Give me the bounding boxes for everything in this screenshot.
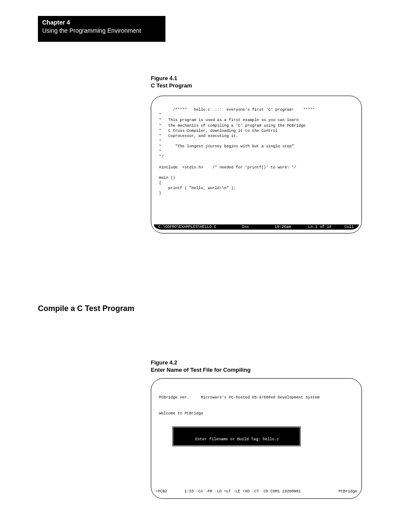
status-mode: Ins [242, 225, 249, 229]
filename-prompt: Enter filename or Build Tag: hello.c [195, 437, 279, 442]
status-column: Col1 [344, 225, 357, 229]
figure-1-title: C Test Program [151, 82, 192, 90]
figure-2-label: Figure 4.2 Enter Name of Test File for C… [151, 359, 251, 374]
figure-2-area: PCBridge ver. Microware's PC-hosted OS-9… [151, 379, 361, 498]
figure-1-label: Figure 4.1 C Test Program [151, 75, 192, 90]
pcbridge-footer: +PCB2 1:33 -CA -PR -LO +LF -LE +XO -CT C… [156, 489, 357, 494]
figure-2-terminal: PCBridge ver. Microware's PC-hosted OS-9… [151, 378, 362, 499]
status-position: Ln.1 of 18 [308, 225, 331, 229]
footer-right: PCBridge [339, 489, 357, 494]
chapter-title: Using the Programming Environment [42, 27, 161, 35]
footer-left: +PCB2 [156, 489, 167, 494]
document-page: Chapter 4 Using the Programming Environm… [0, 0, 411, 532]
figure-1-number: Figure 4.1 [151, 75, 192, 82]
footer-flags: 1:33 -CA -PR -LO +LF -LE +XO -CT CD COM1… [184, 489, 339, 494]
filename-dialog: Enter filename or Build Tag: hello.c [172, 426, 301, 447]
figure-1-code-area: /***** hello.c ::: everyone's first 'C' … [151, 96, 361, 233]
figure-2-number: Figure 4.2 [151, 359, 251, 367]
pcbridge-banner-line2: Welcome to PCBridge [159, 411, 354, 416]
section-heading: Compile a C Test Program [38, 304, 134, 313]
status-path: C:\COPRO\EXAMPLES\HELLO.C [156, 225, 216, 229]
status-time: 10:26am [275, 225, 291, 229]
pcbridge-banner-line1: PCBridge ver. Microware's PC-hosted OS-9… [159, 395, 354, 400]
figure-2-title: Enter Name of Test File for Compiling [151, 367, 251, 374]
figure-1-terminal: /***** hello.c ::: everyone's first 'C' … [151, 96, 362, 233]
c-source-code: /***** hello.c ::: everyone's first 'C' … [159, 108, 315, 196]
chapter-header-box: Chapter 4 Using the Programming Environm… [38, 16, 165, 42]
editor-status-bar: C:\COPRO\EXAMPLES\HELLO.C Ins 10:26am Ln… [154, 224, 359, 230]
chapter-number: Chapter 4 [42, 19, 161, 27]
